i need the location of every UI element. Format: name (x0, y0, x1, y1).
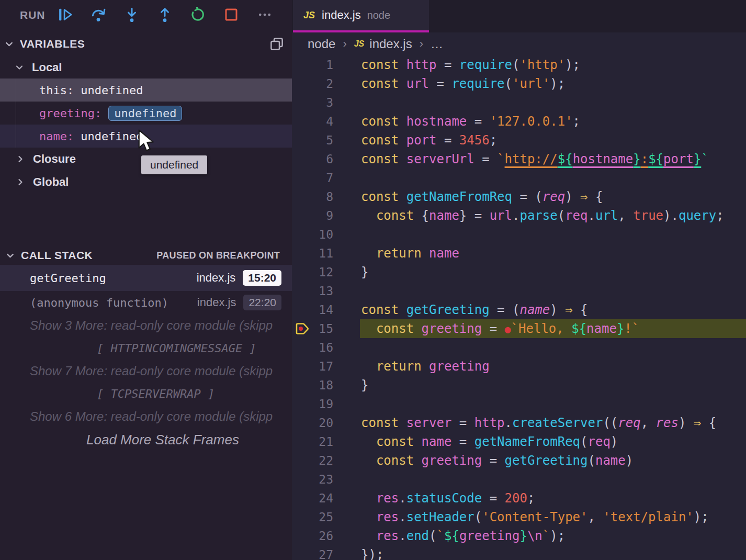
continue-icon[interactable] (58, 7, 73, 23)
code-line-24[interactable]: 24 res.statusCode = 200; (292, 489, 746, 508)
line-number[interactable]: 2 (292, 74, 333, 93)
line-number[interactable]: 3 (292, 93, 333, 112)
code-line-7[interactable]: 7 (292, 169, 746, 187)
line-number[interactable]: 23 (292, 470, 333, 489)
code-line-15[interactable]: 15 const greeting = ●`Hello, ${name}!` (292, 319, 746, 338)
code-token: \n (527, 529, 542, 543)
frame-function-name: getGreeting (30, 272, 106, 285)
step-out-icon[interactable] (157, 7, 173, 23)
code-token: ⇒ (580, 189, 587, 204)
code-token: name (422, 434, 452, 449)
line-number[interactable]: 9 (292, 206, 333, 225)
code-token: ⇒ (565, 303, 572, 317)
line-content: return greeting (360, 357, 746, 376)
stop-icon[interactable] (223, 7, 239, 23)
code-line-6[interactable]: 6const serverUrl = `http://${hostname}:$… (292, 150, 746, 169)
code-line-2[interactable]: 2const url = require('url'); (292, 74, 746, 93)
line-number[interactable]: 16 (292, 338, 333, 357)
line-number[interactable]: 14 (292, 300, 333, 319)
code-line-11[interactable]: 11 return name (292, 244, 746, 263)
code-line-8[interactable]: 8const getNameFromReq = (req) ⇒ { (292, 187, 746, 206)
step-into-icon[interactable] (124, 7, 140, 23)
code-token: parse (519, 208, 557, 223)
code-line-18[interactable]: 18} (292, 376, 746, 395)
variable-row-greeting[interactable]: greeting:undefined (0, 102, 292, 125)
line-number[interactable]: 11 (292, 244, 333, 263)
restart-icon[interactable] (189, 7, 205, 23)
line-number[interactable]: 8 (292, 187, 333, 206)
line-number[interactable]: 24 (292, 489, 333, 508)
code-line-13[interactable]: 13 (292, 282, 746, 300)
variable-value: undefined (81, 130, 143, 143)
code-token: } (361, 378, 368, 393)
code-line-23[interactable]: 23 (292, 470, 746, 489)
code-line-17[interactable]: 17 return greeting (292, 357, 746, 376)
code-line-26[interactable]: 26 res.end(`${greeting}\n`); (292, 527, 746, 545)
line-number[interactable]: 1 (292, 55, 333, 74)
line-number[interactable]: 20 (292, 413, 333, 432)
line-content: const serverUrl = `http://${hostname}:${… (360, 150, 746, 169)
line-content (360, 169, 746, 187)
collapse-all-icon[interactable] (269, 36, 285, 52)
step-over-icon[interactable] (91, 7, 106, 23)
code-token: ( (588, 453, 595, 468)
more-actions-icon[interactable] (257, 7, 273, 23)
stack-module-label[interactable]: [ TCPSERVERWRAP ] (0, 383, 292, 405)
code-token: ; (527, 491, 535, 506)
code-line-5[interactable]: 5const port = 3456; (292, 131, 746, 150)
line-number[interactable]: 13 (292, 282, 333, 300)
line-number[interactable]: 21 (292, 432, 333, 451)
code-token: url (490, 208, 512, 223)
inline-breakpoint-icon: ● (505, 323, 511, 335)
code-token: const (361, 189, 406, 204)
show-more-frames[interactable]: Show 3 More: read-only core module (skip… (0, 314, 292, 337)
line-number[interactable]: 22 (292, 451, 333, 470)
code-line-1[interactable]: 1const http = require('http'); (292, 55, 746, 74)
line-number[interactable]: 18 (292, 376, 333, 395)
code-line-16[interactable]: 16 (292, 338, 746, 357)
scope-local[interactable]: Local (0, 57, 292, 79)
code-line-25[interactable]: 25 res.setHeader('Content-Type', 'text/p… (292, 508, 746, 527)
code-line-9[interactable]: 9 const {name} = url.parse(req.url, true… (292, 206, 746, 225)
show-more-frames[interactable]: Show 7 More: read-only core module (skip… (0, 360, 292, 383)
line-number[interactable]: 27 (292, 545, 333, 560)
line-number[interactable]: 25 (292, 508, 333, 527)
line-number[interactable]: 4 (292, 112, 333, 131)
tab-index-js[interactable]: JS index.js node (293, 0, 429, 32)
variable-row-name[interactable]: name:undefined (0, 125, 292, 148)
scope-closure-label: Closure (33, 152, 76, 166)
call-stack-header[interactable]: CALL STACK PAUSED ON BREAKPOINT (0, 246, 292, 265)
stack-frame-getGreeting[interactable]: getGreetingindex.js15:20 (0, 265, 292, 291)
code-line-14[interactable]: 14const getGreeting = (name) ⇒ { (292, 300, 746, 319)
breadcrumb-folder[interactable]: node (308, 37, 335, 51)
code-line-10[interactable]: 10 (292, 225, 746, 244)
line-number[interactable]: 15 (292, 319, 333, 338)
breadcrumb-file[interactable]: index.js (369, 37, 412, 51)
line-number[interactable]: 17 (292, 357, 333, 376)
variables-header[interactable]: VARIABLES (0, 31, 292, 57)
code-token: } = (459, 208, 490, 223)
line-number[interactable]: 12 (292, 263, 333, 282)
variable-row-this[interactable]: this:undefined (0, 79, 292, 102)
code-line-20[interactable]: 20const server = http.createServer((req,… (292, 413, 746, 432)
line-number[interactable]: 19 (292, 395, 333, 413)
line-number[interactable]: 6 (292, 150, 333, 169)
code-line-27[interactable]: 27}); (292, 545, 746, 560)
stack-module-label[interactable]: [ HTTPINCOMINGMESSAGE ] (0, 337, 292, 360)
line-number[interactable]: 7 (292, 169, 333, 187)
line-number[interactable]: 10 (292, 225, 333, 244)
breadcrumb-symbol[interactable]: … (431, 37, 443, 51)
stack-frame--anonymous-function-[interactable]: (anonymous function)index.js22:20 (0, 291, 292, 314)
show-more-frames[interactable]: Show 6 More: read-only core module (skip… (0, 405, 292, 428)
code-line-12[interactable]: 12} (292, 263, 746, 282)
code-line-3[interactable]: 3 (292, 93, 746, 112)
code-line-21[interactable]: 21 const name = getNameFromReq(req) (292, 432, 746, 451)
code-token: const (361, 58, 406, 72)
code-line-4[interactable]: 4const hostname = '127.0.0.1'; (292, 112, 746, 131)
load-more-stack-frames[interactable]: Load More Stack Frames (0, 428, 292, 452)
line-number[interactable]: 26 (292, 527, 333, 545)
code-line-19[interactable]: 19 (292, 395, 746, 413)
code-token: ⇒ (694, 416, 701, 430)
code-line-22[interactable]: 22 const greeting = getGreeting(name) (292, 451, 746, 470)
line-number[interactable]: 5 (292, 131, 333, 150)
